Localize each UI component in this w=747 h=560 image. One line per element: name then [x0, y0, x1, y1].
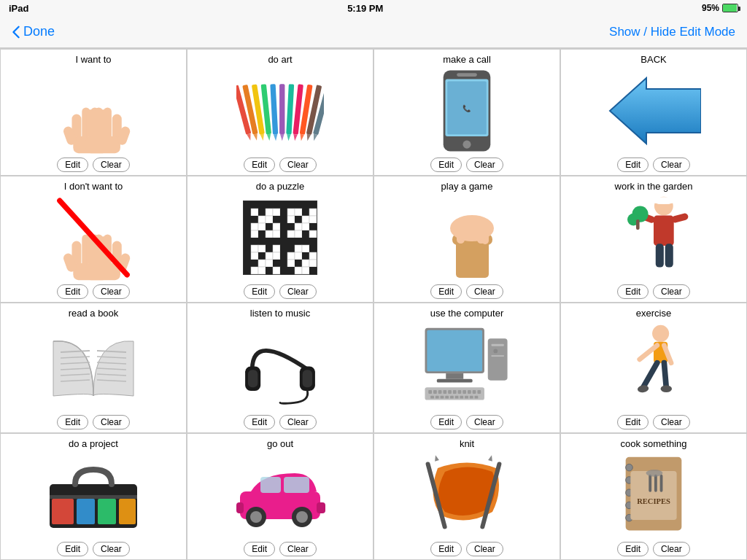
grid-cell-read-a-book[interactable]: read a book Edit Clear	[0, 303, 187, 433]
svg-rect-127	[258, 252, 266, 260]
clear-button-make-a-call[interactable]: Clear	[466, 158, 503, 172]
cell-label-work-in-the-garden: work in the garden	[615, 181, 693, 192]
svg-rect-96	[251, 230, 258, 238]
clear-button-work-in-the-garden[interactable]: Clear	[653, 284, 690, 299]
svg-rect-85	[244, 223, 251, 230]
grid-cell-do-a-project[interactable]: do a project Edit Clear	[0, 433, 187, 560]
status-bar: iPad 5:19 PM 95%	[0, 0, 747, 16]
svg-rect-87	[258, 223, 266, 230]
grid-cell-knit[interactable]: knit Edit Clear	[374, 433, 560, 560]
edit-button-play-a-game[interactable]: Edit	[430, 284, 462, 299]
done-button[interactable]: Done	[12, 24, 55, 39]
svg-rect-102	[295, 230, 302, 238]
cell-image-work-in-the-garden	[564, 194, 743, 281]
svg-marker-17	[260, 134, 266, 141]
grid-cell-back[interactable]: BACK Edit Clear	[560, 49, 747, 176]
svg-rect-94	[309, 223, 317, 230]
clear-button-knit[interactable]: Clear	[466, 542, 503, 556]
edit-button-listen-to-music[interactable]: Edit	[244, 415, 275, 429]
clear-button-use-the-computer[interactable]: Clear	[466, 415, 503, 429]
cell-label-i-dont-want-to: I don't want to	[64, 181, 123, 192]
grid-cell-do-art[interactable]: do art	[187, 49, 374, 176]
cell-buttons-listen-to-music: Edit Clear	[244, 415, 316, 429]
clear-button-i-want-to[interactable]: Clear	[93, 158, 130, 172]
grid-cell-play-a-game[interactable]: play a game Edit Clear	[374, 176, 560, 303]
svg-rect-95	[244, 230, 251, 238]
cell-label-back: BACK	[640, 54, 666, 66]
svg-rect-116	[251, 245, 258, 252]
grid-cell-exercise[interactable]: exercise Edit Clear	[560, 303, 747, 433]
svg-rect-215	[460, 396, 463, 399]
grid-cell-cook-something[interactable]: cook something RECIPES Edit Clear	[560, 433, 747, 560]
svg-rect-240	[236, 502, 244, 513]
cell-label-go-out: go out	[267, 438, 293, 450]
svg-rect-78	[266, 216, 273, 223]
clear-button-do-a-project[interactable]: Clear	[93, 542, 130, 556]
cell-label-do-art: do art	[268, 54, 292, 66]
cell-buttons-exercise: Edit Clear	[617, 415, 689, 429]
svg-rect-98	[266, 230, 273, 238]
grid-cell-i-dont-want-to[interactable]: I don't want to	[0, 176, 187, 303]
grid-cell-i-want-to[interactable]: I want to Edit	[0, 49, 187, 176]
svg-rect-203	[453, 390, 457, 394]
edit-button-back[interactable]: Edit	[617, 158, 649, 172]
cell-buttons-go-out: Edit Clear	[244, 542, 316, 556]
edit-button-do-a-puzzle[interactable]: Edit	[244, 284, 275, 299]
edit-button-make-a-call[interactable]: Edit	[430, 158, 462, 172]
svg-rect-62	[295, 201, 302, 209]
cell-image-go-out	[190, 451, 370, 539]
edit-button-do-art[interactable]: Edit	[244, 158, 275, 172]
clear-button-i-dont-want-to[interactable]: Clear	[93, 284, 130, 299]
clear-button-cook-something[interactable]: Clear	[653, 542, 690, 556]
edit-button-i-want-to[interactable]: Edit	[57, 158, 88, 172]
svg-rect-74	[309, 209, 317, 216]
cell-image-use-the-computer	[377, 321, 557, 412]
clear-button-listen-to-music[interactable]: Clear	[279, 415, 317, 429]
svg-marker-25	[287, 134, 291, 141]
edit-button-knit[interactable]: Edit	[430, 542, 462, 556]
show-hide-edit-mode-button[interactable]: Show / Hide Edit Mode	[609, 25, 735, 39]
clear-button-go-out[interactable]: Clear	[279, 542, 317, 556]
svg-rect-76	[251, 216, 258, 223]
svg-rect-86	[251, 223, 258, 230]
svg-rect-122	[295, 245, 302, 252]
edit-button-read-a-book[interactable]: Edit	[57, 415, 88, 429]
clear-button-do-art[interactable]: Clear	[279, 158, 317, 172]
edit-button-i-dont-want-to[interactable]: Edit	[57, 284, 88, 299]
clear-button-play-a-game[interactable]: Clear	[466, 284, 503, 299]
svg-rect-204	[458, 390, 462, 394]
edit-button-cook-something[interactable]: Edit	[617, 542, 649, 556]
svg-text:📞: 📞	[462, 104, 471, 113]
svg-rect-51	[85, 263, 120, 280]
grid-cell-do-a-puzzle[interactable]: do a puzzle Edit Clear	[187, 176, 374, 303]
clear-button-do-a-puzzle[interactable]: Clear	[279, 284, 317, 299]
clear-button-back[interactable]: Clear	[653, 158, 690, 172]
edit-button-exercise[interactable]: Edit	[617, 415, 649, 429]
svg-rect-90	[280, 223, 287, 230]
cell-label-do-a-puzzle: do a puzzle	[256, 181, 305, 192]
svg-marker-31	[306, 134, 311, 141]
grid-cell-listen-to-music[interactable]: listen to music Edit Clear	[187, 303, 374, 433]
svg-rect-22	[279, 84, 285, 134]
cell-buttons-knit: Edit Clear	[430, 542, 503, 556]
clear-button-exercise[interactable]: Clear	[653, 415, 690, 429]
clear-button-read-a-book[interactable]: Clear	[93, 415, 130, 429]
device-name: iPad	[9, 3, 28, 14]
grid-cell-use-the-computer[interactable]: use the computer Edit Clear	[374, 303, 560, 433]
svg-rect-147	[258, 267, 266, 274]
edit-button-go-out[interactable]: Edit	[244, 542, 275, 556]
grid-cell-work-in-the-garden[interactable]: work in the garden Edit Clear	[560, 176, 747, 303]
svg-rect-57	[258, 201, 266, 209]
edit-button-do-a-project[interactable]: Edit	[57, 542, 88, 556]
svg-rect-142	[295, 260, 302, 267]
svg-rect-202	[448, 390, 452, 394]
edit-button-use-the-computer[interactable]: Edit	[430, 415, 462, 429]
grid-cell-make-a-call[interactable]: make a call 📞 Edit Clear	[374, 49, 560, 176]
svg-text:RECIPES: RECIPES	[637, 497, 670, 505]
svg-rect-24	[286, 84, 294, 134]
edit-button-work-in-the-garden[interactable]: Edit	[617, 284, 649, 299]
svg-marker-13	[247, 133, 252, 141]
grid-cell-go-out[interactable]: go out Edit Clear	[187, 433, 374, 560]
cell-buttons-cook-something: Edit Clear	[617, 542, 689, 556]
svg-rect-93	[302, 223, 309, 230]
